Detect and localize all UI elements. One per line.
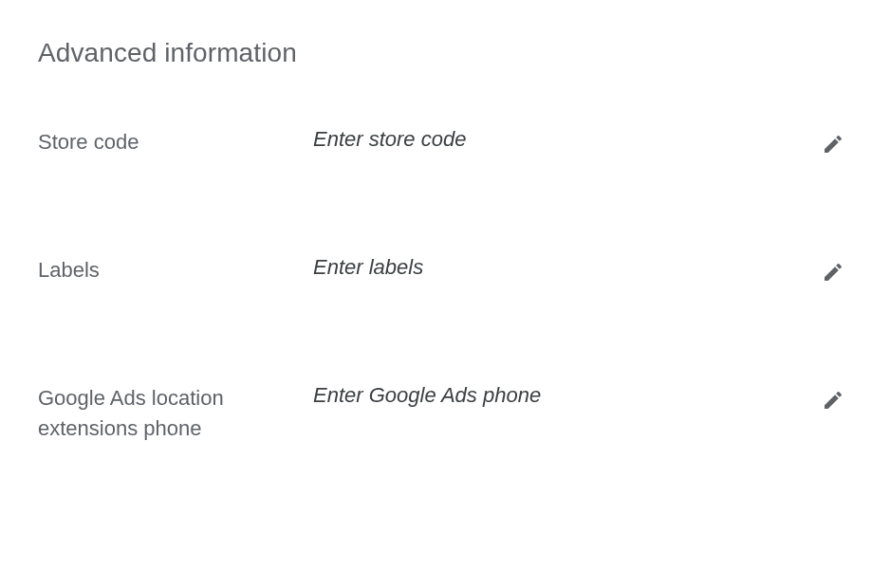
pencil-icon [822,261,844,284]
labels-value[interactable]: Enter labels [313,253,814,280]
google-ads-phone-label: Google Ads location extensions phone [38,381,313,444]
edit-store-code-button[interactable] [814,125,852,163]
edit-google-ads-phone-button[interactable] [814,381,852,419]
labels-label: Labels [38,253,313,285]
labels-row: Labels Enter labels [38,253,852,291]
section-title: Advanced information [38,38,852,68]
pencil-icon [822,133,844,156]
google-ads-phone-row: Google Ads location extensions phone Ent… [38,381,852,444]
store-code-label: Store code [38,125,313,157]
edit-labels-button[interactable] [814,253,852,291]
google-ads-phone-value[interactable]: Enter Google Ads phone [313,381,814,408]
store-code-value[interactable]: Enter store code [313,125,814,152]
store-code-row: Store code Enter store code [38,125,852,163]
pencil-icon [822,389,844,412]
